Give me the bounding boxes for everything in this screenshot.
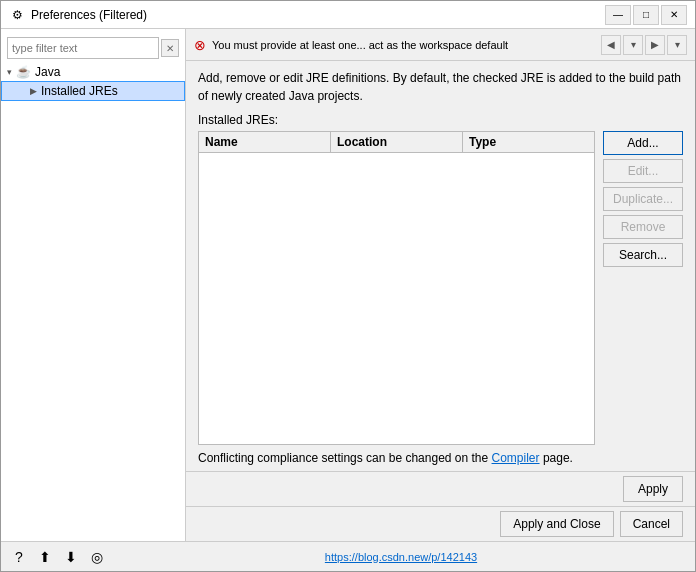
status-icons: ? ⬆ ⬇ ◎ [9, 547, 107, 567]
col-header-type: Type [463, 132, 594, 152]
compliance-section: Conflicting compliance settings can be c… [186, 445, 695, 471]
window-title: Preferences (Filtered) [31, 8, 599, 22]
help-icon[interactable]: ? [9, 547, 29, 567]
sidebar-item-java-label: Java [35, 65, 60, 79]
table-header: Name Location Type [199, 132, 594, 153]
content-area: ✕ ▾ ☕ Java ▶ Installed JREs ⊗ You must p… [1, 29, 695, 541]
java-folder-icon: ☕ [16, 65, 31, 79]
duplicate-button[interactable]: Duplicate... [603, 187, 683, 211]
jre-buttons: Add... Edit... Duplicate... Remove Searc… [603, 113, 683, 445]
filter-clear-button[interactable]: ✕ [161, 39, 179, 57]
info-text: Add, remove or edit JRE definitions. By … [198, 71, 681, 103]
nav-back-button[interactable]: ◀ [601, 35, 621, 55]
warning-text: You must provide at least one... act as … [212, 39, 595, 51]
main-panel: ⊗ You must provide at least one... act a… [186, 29, 695, 541]
bottom-action-bar: Apply and Close Cancel [186, 506, 695, 541]
col-header-location: Location [331, 132, 463, 152]
java-expand-arrow: ▾ [7, 67, 12, 77]
window-icon: ⚙ [9, 7, 25, 23]
filter-row: ✕ [1, 33, 185, 63]
add-button[interactable]: Add... [603, 131, 683, 155]
installed-jres-arrow: ▶ [30, 86, 37, 96]
cancel-button[interactable]: Cancel [620, 511, 683, 537]
maximize-button[interactable]: □ [633, 5, 659, 25]
title-bar: ⚙ Preferences (Filtered) — □ ✕ [1, 1, 695, 29]
sidebar-item-installed-jres[interactable]: ▶ Installed JREs [1, 81, 185, 101]
minimize-button[interactable]: — [605, 5, 631, 25]
warning-icon: ⊗ [194, 37, 206, 53]
nav-forward-dropdown-button[interactable]: ▾ [667, 35, 687, 55]
compliance-text-after: page. [540, 451, 573, 465]
search-button[interactable]: Search... [603, 243, 683, 267]
import-icon[interactable]: ⬇ [61, 547, 81, 567]
sidebar: ✕ ▾ ☕ Java ▶ Installed JREs [1, 29, 186, 541]
col-header-name: Name [199, 132, 331, 152]
jre-table-container: Installed JREs: Name Location Type [198, 113, 595, 445]
search-input[interactable] [7, 37, 159, 59]
jre-section: Installed JREs: Name Location Type Add..… [186, 109, 695, 445]
table-body[interactable] [199, 153, 594, 423]
compiler-link[interactable]: Compiler [492, 451, 540, 465]
status-url[interactable]: https://blog.csdn.new/p/142143 [115, 551, 687, 563]
preferences-window: ⚙ Preferences (Filtered) — □ ✕ ✕ ▾ ☕ Jav… [0, 0, 696, 572]
edit-button[interactable]: Edit... [603, 159, 683, 183]
installed-jres-label: Installed JREs: [198, 113, 595, 127]
nav-buttons: ◀ ▾ ▶ ▾ [601, 35, 687, 55]
action-bar: Apply [186, 471, 695, 506]
export-icon[interactable]: ⬆ [35, 547, 55, 567]
compliance-text-before: Conflicting compliance settings can be c… [198, 451, 492, 465]
remove-button[interactable]: Remove [603, 215, 683, 239]
sidebar-item-java[interactable]: ▾ ☕ Java [1, 63, 185, 81]
apply-button[interactable]: Apply [623, 476, 683, 502]
warning-bar: ⊗ You must provide at least one... act a… [186, 29, 695, 61]
status-bar: ? ⬆ ⬇ ◎ https://blog.csdn.new/p/142143 [1, 541, 695, 571]
info-section: Add, remove or edit JRE definitions. By … [186, 61, 695, 109]
sidebar-item-installed-jres-label: Installed JREs [41, 84, 118, 98]
settings-icon[interactable]: ◎ [87, 547, 107, 567]
title-bar-controls: — □ ✕ [605, 5, 687, 25]
nav-forward-button[interactable]: ▶ [645, 35, 665, 55]
nav-back-dropdown-button[interactable]: ▾ [623, 35, 643, 55]
jre-table: Name Location Type [198, 131, 595, 445]
apply-and-close-button[interactable]: Apply and Close [500, 511, 613, 537]
close-button[interactable]: ✕ [661, 5, 687, 25]
